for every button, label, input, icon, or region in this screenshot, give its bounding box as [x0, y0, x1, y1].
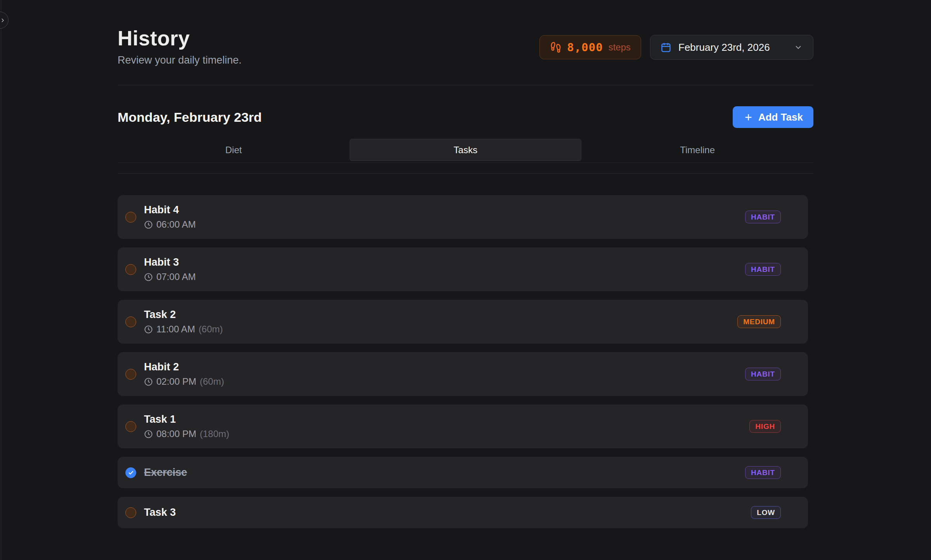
header-controls: 8,000 steps February 23rd, 2026: [539, 35, 813, 60]
tabs-divider: [118, 173, 813, 174]
page-header: History Review your daily timeline. 8,00…: [118, 27, 813, 66]
task-time: 11:00 AM: [156, 323, 195, 335]
header-divider: [118, 85, 813, 85]
chevron-right-icon: [0, 17, 5, 23]
steps-badge: 8,000 steps: [539, 35, 641, 59]
title-block: History Review your daily timeline.: [118, 27, 242, 66]
tabs-list: DietTasksTimeline: [118, 139, 813, 163]
task-card: Habit 2 02:00 PM (60m) HABIT: [118, 352, 808, 396]
task-card: Task 2 11:00 AM (60m) MEDIUM: [118, 300, 808, 344]
task-title: Exercise: [144, 466, 187, 479]
plus-icon: [743, 112, 754, 123]
task-priority-badge: HABIT: [745, 211, 781, 223]
task-time-row: 02:00 PM (60m): [144, 376, 224, 387]
day-heading: Monday, February 23rd: [118, 110, 262, 125]
footprints-icon: [550, 41, 562, 53]
date-picker[interactable]: February 23rd, 2026: [650, 35, 813, 60]
task-priority-badge: HABIT: [745, 466, 781, 479]
calendar-icon: [661, 42, 671, 53]
task-duration: (60m): [199, 323, 223, 335]
task-title: Task 3: [144, 506, 176, 519]
page-subtitle: Review your daily timeline.: [118, 54, 242, 66]
task-duration: (180m): [200, 428, 229, 440]
task-checkbox[interactable]: [125, 507, 136, 518]
check-icon: [128, 469, 134, 476]
task-checkbox[interactable]: [125, 316, 136, 327]
sidebar-expand-button[interactable]: [0, 12, 9, 29]
task-title: Task 2: [144, 308, 223, 321]
task-list: Habit 4 06:00 AM HABIT Habit 3 07:00 AM …: [118, 195, 813, 528]
page-title: History: [118, 27, 242, 50]
chevron-down-icon: [794, 43, 803, 52]
task-card: Exercise HABIT: [118, 457, 808, 488]
task-card: Habit 4 06:00 AM HABIT: [118, 195, 808, 239]
task-time-row: 11:00 AM (60m): [144, 323, 223, 335]
tab-diet[interactable]: Diet: [118, 139, 350, 161]
day-section-header: Monday, February 23rd Add Task: [118, 106, 813, 128]
task-card: Task 1 08:00 PM (180m) HIGH: [118, 404, 808, 448]
task-priority-badge: HABIT: [745, 368, 781, 380]
date-picker-value: February 23rd, 2026: [678, 41, 770, 54]
add-task-label: Add Task: [758, 111, 803, 123]
tab-tasks[interactable]: Tasks: [350, 139, 582, 161]
clock-icon: [144, 220, 153, 229]
task-priority-badge: LOW: [751, 506, 781, 519]
task-priority-badge: MEDIUM: [737, 315, 781, 328]
task-time-row: 07:00 AM: [144, 271, 196, 283]
steps-unit-label: steps: [609, 42, 631, 53]
task-time: 02:00 PM: [156, 376, 196, 387]
add-task-button[interactable]: Add Task: [733, 106, 813, 128]
task-time: 06:00 AM: [156, 219, 196, 230]
clock-icon: [144, 325, 153, 334]
task-duration: (60m): [200, 376, 224, 387]
task-priority-badge: HABIT: [745, 263, 781, 276]
clock-icon: [144, 377, 153, 386]
task-time: 07:00 AM: [156, 271, 196, 283]
task-title: Habit 4: [144, 204, 196, 216]
task-card: Habit 3 07:00 AM HABIT: [118, 247, 808, 291]
task-title: Task 1: [144, 413, 229, 426]
task-title: Habit 2: [144, 361, 224, 373]
clock-icon: [144, 430, 153, 439]
task-title: Habit 3: [144, 256, 196, 269]
tab-timeline[interactable]: Timeline: [581, 139, 813, 161]
task-card: Task 3 LOW: [118, 497, 808, 528]
task-checkbox[interactable]: [125, 369, 136, 380]
task-time-row: 08:00 PM (180m): [144, 428, 229, 440]
collapsed-sidebar-edge: [1, 0, 1, 560]
clock-icon: [144, 273, 153, 282]
task-priority-badge: HIGH: [749, 420, 781, 433]
task-checkbox[interactable]: [125, 264, 136, 275]
steps-count: 8,000: [567, 41, 603, 54]
task-time-row: 06:00 AM: [144, 219, 196, 230]
main-content: History Review your daily timeline. 8,00…: [118, 0, 813, 528]
task-checkbox[interactable]: [125, 212, 136, 223]
task-checkbox[interactable]: [125, 467, 136, 478]
task-time: 08:00 PM: [156, 428, 196, 440]
task-checkbox[interactable]: [125, 421, 136, 432]
